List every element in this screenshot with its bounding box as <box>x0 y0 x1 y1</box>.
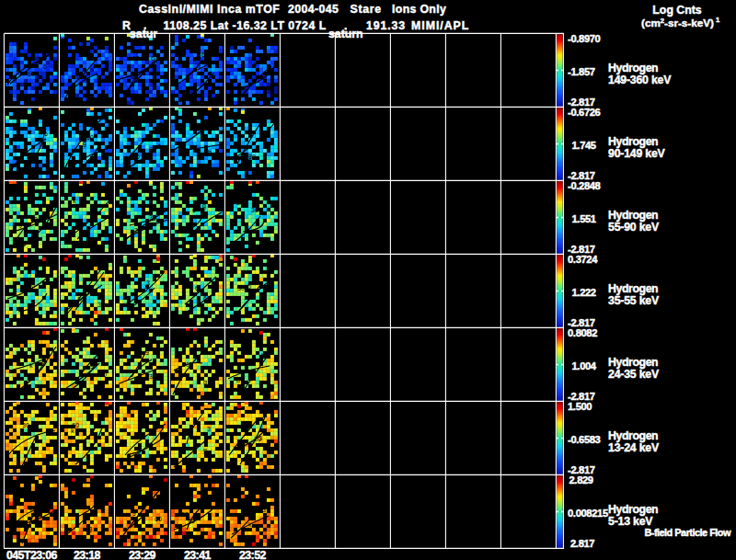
svg-text:90-149 keV: 90-149 keV <box>608 147 666 160</box>
svg-text:b: b <box>97 74 100 80</box>
svg-text:Hydrogen: Hydrogen <box>608 209 658 222</box>
svg-text:k: k <box>237 54 241 61</box>
svg-text:-0.8970: -0.8970 <box>568 33 601 44</box>
svg-text:1.222: 1.222 <box>572 287 596 298</box>
svg-text:30: 30 <box>29 505 36 511</box>
svg-text:b: b <box>247 283 251 290</box>
svg-text:30: 30 <box>254 436 261 442</box>
svg-text:-2.817: -2.817 <box>568 391 595 402</box>
svg-text:-2.817: -2.817 <box>568 244 595 255</box>
svg-text:60: 60 <box>28 71 35 77</box>
svg-text:3: 3 <box>149 373 153 380</box>
svg-text:60: 60 <box>86 134 94 141</box>
svg-text:k: k <box>127 298 131 304</box>
svg-text:1108.25 Lat -16.32 LT 0724 L: 1108.25 Lat -16.32 LT 0724 L <box>164 19 327 32</box>
svg-text:3: 3 <box>207 426 211 432</box>
svg-text:Ions Only: Ions Only <box>392 3 446 16</box>
svg-text:2.817: 2.817 <box>570 538 594 549</box>
svg-text:Hydrogen: Hydrogen <box>608 429 658 442</box>
svg-text:k: k <box>27 154 30 160</box>
svg-text:Hydrogen: Hydrogen <box>608 503 658 516</box>
svg-text:-1.857: -1.857 <box>568 66 595 77</box>
svg-text:k: k <box>41 360 45 367</box>
svg-text:55-90 keV: 55-90 keV <box>608 221 660 234</box>
svg-text:30: 30 <box>77 296 85 303</box>
svg-text:g: g <box>88 525 92 532</box>
svg-text:Hydrogen: Hydrogen <box>608 282 658 295</box>
svg-text:-2.817: -2.817 <box>568 97 595 108</box>
svg-text:60: 60 <box>155 516 162 522</box>
svg-text:30: 30 <box>236 200 244 206</box>
svg-text:b: b <box>261 352 265 359</box>
svg-text:23:18: 23:18 <box>74 549 101 560</box>
svg-text:24-35 keV: 24-35 keV <box>608 368 660 381</box>
svg-text:3: 3 <box>30 300 34 306</box>
svg-text:2.829: 2.829 <box>569 474 593 486</box>
svg-text:g: g <box>145 348 149 355</box>
svg-text:3: 3 <box>98 302 101 308</box>
svg-text:149-360 keV: 149-360 keV <box>608 74 672 86</box>
svg-text:-0.6726: -0.6726 <box>568 107 601 118</box>
svg-text:satur: satur <box>130 28 157 40</box>
svg-text:3: 3 <box>18 224 22 231</box>
svg-text:2004-045: 2004-045 <box>288 3 339 16</box>
svg-text:-2.817: -2.817 <box>568 317 595 328</box>
svg-text:-0.2848: -0.2848 <box>568 180 601 191</box>
svg-text:k: k <box>73 198 76 204</box>
svg-text:6: 6 <box>192 207 196 213</box>
svg-text:60: 60 <box>99 371 107 378</box>
svg-text:k: k <box>248 521 252 528</box>
svg-text:Cassini/MIMI Inca mTOF: Cassini/MIMI Inca mTOF <box>139 3 280 16</box>
svg-text:g: g <box>185 146 189 154</box>
svg-text:-2.817: -2.817 <box>568 464 595 475</box>
svg-text:30: 30 <box>181 511 189 518</box>
svg-text:Stare: Stare <box>351 3 382 16</box>
svg-text:saturn: saturn <box>328 28 363 40</box>
svg-text:60: 60 <box>76 74 84 80</box>
svg-text:b: b <box>193 59 197 65</box>
svg-text:30: 30 <box>251 207 259 213</box>
svg-text:3: 3 <box>38 497 41 504</box>
svg-text:60: 60 <box>203 295 211 302</box>
svg-text:Hydrogen: Hydrogen <box>608 62 658 74</box>
svg-text:3: 3 <box>146 280 150 286</box>
svg-text:1.745: 1.745 <box>572 140 596 151</box>
svg-text:6: 6 <box>90 215 94 222</box>
svg-text:6: 6 <box>43 63 47 70</box>
svg-text:(cm2-sr-s-keV) 1: (cm2-sr-s-keV) 1 <box>641 16 720 29</box>
svg-text:g: g <box>137 447 141 454</box>
svg-text:g: g <box>83 140 86 147</box>
svg-text:g: g <box>132 509 136 516</box>
svg-text:23:52: 23:52 <box>239 549 267 560</box>
svg-text:Hydrogen: Hydrogen <box>608 356 658 369</box>
svg-text:60: 60 <box>151 55 158 62</box>
svg-text:3: 3 <box>134 227 138 234</box>
svg-text:6: 6 <box>28 427 31 433</box>
svg-text:23:41: 23:41 <box>184 549 212 560</box>
svg-text:60: 60 <box>72 422 79 429</box>
svg-text:MIMI/APL: MIMI/APL <box>411 19 469 32</box>
svg-text:60: 60 <box>188 518 195 524</box>
svg-text:g: g <box>139 423 143 430</box>
svg-text:g: g <box>90 361 94 369</box>
svg-text:k: k <box>254 61 258 67</box>
svg-text:-0.6583: -0.6583 <box>568 434 601 445</box>
svg-text:60: 60 <box>201 51 209 58</box>
svg-text:60: 60 <box>132 154 140 160</box>
svg-text:g: g <box>203 447 207 454</box>
svg-text:3: 3 <box>150 146 154 153</box>
svg-text:1.500: 1.500 <box>568 401 592 412</box>
svg-text:b: b <box>236 377 240 383</box>
svg-text:0.008215: 0.008215 <box>568 508 608 519</box>
svg-text:0.3724: 0.3724 <box>568 254 598 265</box>
svg-text:k: k <box>73 502 76 509</box>
svg-text:23:29: 23:29 <box>129 549 156 560</box>
svg-text:Log Cnts: Log Cnts <box>652 4 701 17</box>
svg-text:g: g <box>247 154 251 162</box>
svg-text:60: 60 <box>182 361 190 368</box>
svg-text:60: 60 <box>30 216 38 223</box>
svg-text:g: g <box>202 202 206 210</box>
svg-text:6: 6 <box>31 282 35 289</box>
svg-text:0.8082: 0.8082 <box>568 327 597 338</box>
svg-text:13-24 keV: 13-24 keV <box>608 441 660 454</box>
